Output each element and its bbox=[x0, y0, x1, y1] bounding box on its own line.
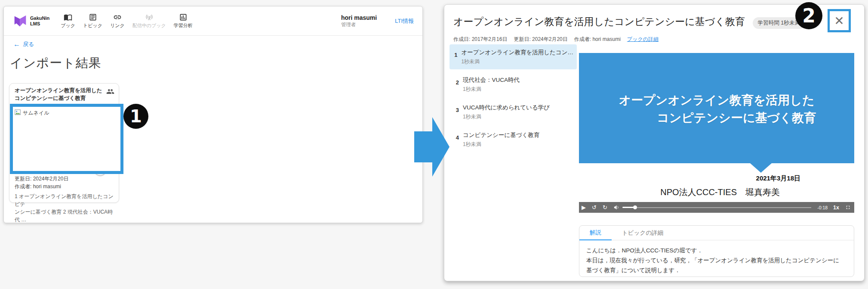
seek-track bbox=[637, 207, 811, 208]
topic-item-3[interactable]: 3 VUCA時代に求められている学び 1秒未満 bbox=[449, 99, 577, 124]
topic-number: 2 bbox=[453, 76, 459, 93]
nav-item-topic[interactable]: トピック bbox=[83, 13, 102, 29]
import-result-window: GakuNin LMS ブック トピック リンク bbox=[3, 6, 423, 223]
annotation-step-2: 2 bbox=[795, 2, 822, 29]
nav-label: リンク bbox=[110, 22, 125, 29]
topic-item-2[interactable]: 2 現代社会：VUCA時代 1秒未満 bbox=[449, 72, 577, 97]
tab-topic-detail[interactable]: トピックの詳細 bbox=[612, 226, 674, 240]
back-arrow-icon: ← bbox=[13, 40, 20, 48]
card-creator: 作成者: hori masumi bbox=[15, 183, 61, 190]
user-name: hori masumi bbox=[341, 14, 377, 21]
book-card-title: オープンオンライン教育を活用したコンピテンシーに基づく教育 bbox=[15, 87, 105, 102]
book-icon bbox=[64, 13, 72, 22]
analytics-icon bbox=[179, 13, 188, 22]
page-title: インポート結果 bbox=[10, 55, 102, 72]
back-link[interactable]: ← 戻る bbox=[13, 40, 34, 48]
topic-number: 4 bbox=[453, 131, 459, 148]
topic-icon bbox=[89, 13, 97, 22]
seek-slider[interactable] bbox=[622, 205, 811, 209]
video-slide[interactable]: オープンオンライン教育を活用した コンピテンシーに基づく教育 bbox=[579, 53, 854, 163]
topic-item-4[interactable]: 4 コンピテンシーに基づく教育 1秒未満 bbox=[449, 127, 577, 152]
nav-item-link[interactable]: リンク bbox=[110, 13, 125, 29]
topic-title: VUCA時代に求められている学び bbox=[463, 104, 550, 112]
topic-title: オープンオンライン教育を活用したコン… bbox=[461, 49, 573, 56]
back-label: 戻る bbox=[23, 40, 34, 48]
book-detail-link[interactable]: ブックの詳細 bbox=[627, 36, 659, 43]
main-nav: ブック トピック リンク bbox=[61, 13, 193, 29]
playback-speed[interactable]: 1x bbox=[833, 205, 839, 211]
slide-author: NPO法人CCC-TIES 堀真寿美 bbox=[579, 186, 854, 198]
topic-list: 1 オープンオンライン教育を活用したコン… 1秒未満 2 現代社会：VUCA時代… bbox=[449, 44, 577, 155]
created-date: 作成日: 2017年2月16日 bbox=[453, 36, 507, 43]
flow-arrow-icon bbox=[414, 115, 449, 178]
nav-label: 配信中のブック bbox=[132, 22, 166, 29]
fullscreen-icon[interactable] bbox=[845, 205, 851, 210]
lms-header: GakuNin LMS ブック トピック リンク bbox=[4, 6, 422, 36]
slide-date: 2021年3月18日 bbox=[579, 174, 854, 183]
slide-title-text: オープンオンライン教育を活用した コンピテンシーに基づく教育 bbox=[579, 92, 854, 127]
gakunin-lms-logo[interactable]: GakuNin LMS bbox=[13, 15, 49, 28]
play-icon[interactable]: ▶ bbox=[582, 205, 586, 210]
card-topics-preview: 1 オープンオンライン教育を活用したコンピテ ンシーに基づく教育 2 現代社会：… bbox=[15, 193, 115, 224]
volume-icon[interactable] bbox=[613, 204, 620, 211]
close-icon: ✕ bbox=[834, 14, 844, 28]
nav-item-book[interactable]: ブック bbox=[61, 13, 75, 29]
group-icon bbox=[106, 87, 114, 96]
description-box: 解説 トピックの詳細 こんにちは．NPO法人CCC-TIESの堀です． 本日は，… bbox=[579, 225, 854, 277]
thumbnail-alt-text: サムネイル bbox=[23, 109, 49, 117]
topic-time: 1秒未満 bbox=[461, 58, 573, 65]
tab-commentary[interactable]: 解説 bbox=[579, 226, 612, 240]
nav-item-analytics[interactable]: 学習分析 bbox=[174, 13, 193, 29]
topic-title: コンピテンシーに基づく教育 bbox=[463, 131, 539, 139]
book-preview-dialog: オープンオンライン教育を活用したコンピテンシーに基づく教育 学習時間 1秒未満 … bbox=[444, 4, 865, 281]
topic-time: 1秒未満 bbox=[463, 113, 550, 121]
logo-text: GakuNin LMS bbox=[30, 16, 49, 26]
link-icon bbox=[113, 13, 122, 22]
video-player-controls: ▶ ↺ ↻ -0:18 1x bbox=[579, 202, 854, 213]
forward-icon[interactable]: ↻ bbox=[603, 205, 607, 210]
thumbnail-highlight-box: サムネイル bbox=[10, 104, 123, 174]
close-button[interactable]: ✕ bbox=[828, 9, 851, 32]
tabs: 解説 トピックの詳細 bbox=[579, 226, 854, 240]
book-meta: 作成日: 2017年2月16日 更新日: 2024年2月20日 作成者: hor… bbox=[453, 36, 659, 43]
nav-label: ブック bbox=[61, 22, 75, 29]
nav-label: 学習分析 bbox=[174, 22, 193, 29]
topic-item-1[interactable]: 1 オープンオンライン教育を活用したコン… 1秒未満 bbox=[449, 44, 577, 69]
annotation-step-1: 1 bbox=[123, 104, 148, 129]
updated-date: 更新日: 2024年2月20日 bbox=[514, 36, 567, 43]
broadcast-icon bbox=[145, 13, 154, 22]
seek-played bbox=[622, 207, 634, 208]
creator: 作成者: hori masumi bbox=[574, 36, 621, 43]
replay-icon[interactable]: ↺ bbox=[592, 205, 597, 210]
book-title: オープンオンライン教育を活用したコンピテンシーに基づく教育 bbox=[453, 15, 745, 28]
description-text: こんにちは．NPO法人CCC-TIESの堀です． 本日は，現在我々が行っている，… bbox=[579, 240, 854, 281]
nav-item-published-books[interactable]: 配信中のブック bbox=[132, 13, 166, 29]
user-role: 管理者 bbox=[341, 22, 377, 28]
user-info: hori masumi 管理者 bbox=[341, 14, 377, 28]
seek-knob[interactable] bbox=[633, 205, 637, 209]
topic-number: 3 bbox=[453, 104, 459, 121]
topic-time: 1秒未満 bbox=[463, 86, 520, 93]
slide-pointer-triangle bbox=[750, 163, 772, 173]
lti-info-link[interactable]: LTI情報 bbox=[395, 17, 414, 25]
topic-number: 1 bbox=[453, 49, 457, 65]
card-updated-date: 更新日: 2024年2月20日 bbox=[15, 175, 68, 183]
topic-title: 現代社会：VUCA時代 bbox=[463, 76, 520, 84]
nav-label: トピック bbox=[83, 22, 102, 29]
time-remaining: -0:18 bbox=[817, 205, 828, 210]
broken-image-icon bbox=[15, 109, 21, 115]
gakunin-logo-icon bbox=[13, 15, 27, 28]
topic-time: 1秒未満 bbox=[463, 141, 539, 148]
